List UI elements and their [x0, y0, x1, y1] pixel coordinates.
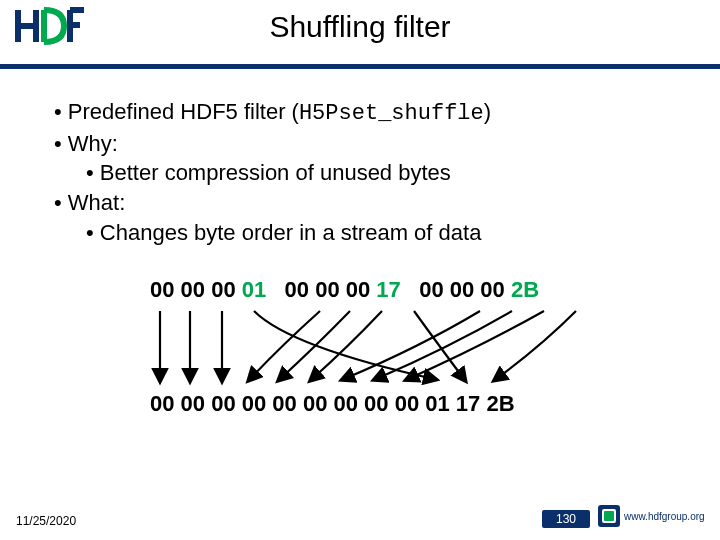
bullet-what: What: [54, 188, 666, 218]
footer-date: 11/25/2020 [16, 514, 76, 528]
slide-body: Predefined HDF5 filter (H5Pset_shuffle) … [0, 69, 720, 419]
group3-last-byte: 2B [511, 277, 539, 302]
byte-diagram: 00 00 00 01 00 00 00 17 00 00 00 2B [150, 275, 666, 418]
group2-bytes: 00 00 00 [285, 277, 377, 302]
footer-url-text: www.hdfgroup.org [623, 511, 705, 522]
bullet-predefined: Predefined HDF5 filter (H5Pset_shuffle) [54, 97, 666, 129]
input-bytes-row: 00 00 00 01 00 00 00 17 00 00 00 2B [150, 275, 666, 305]
group2-last-byte: 17 [376, 277, 400, 302]
output-bytes-row: 00 00 00 00 00 00 00 00 00 01 17 2B [150, 389, 666, 419]
bullet-what-sub: Changes byte order in a stream of data [54, 218, 666, 248]
group1-bytes: 00 00 00 [150, 277, 242, 302]
hdf-logo [14, 6, 84, 50]
code-h5pset-shuffle: H5Pset_shuffle [299, 101, 484, 126]
group1-last-byte: 01 [242, 277, 266, 302]
group3-bytes: 00 00 00 [419, 277, 511, 302]
bullet-why-sub: Better compression of unused bytes [54, 158, 666, 188]
output-bytes-b: 00 00 00 00 00 00 01 17 2B [242, 391, 515, 416]
arrows-area [150, 307, 670, 387]
bullet-predefined-text-b: ) [484, 99, 491, 124]
page-number: 130 [542, 510, 590, 528]
footer-logo: www.hdfgroup.org [598, 505, 710, 530]
svg-rect-5 [604, 511, 614, 521]
shuffle-arrows [150, 307, 670, 387]
slide-title: Shuffling filter [0, 0, 720, 44]
gap1 [266, 277, 284, 302]
gap2 [401, 277, 419, 302]
bullet-why: Why: [54, 129, 666, 159]
output-bytes-a: 00 00 00 [150, 391, 242, 416]
bullet-predefined-text-a: Predefined HDF5 filter ( [68, 99, 299, 124]
footer: 11/25/2020 130 www.hdfgroup.org [0, 506, 720, 530]
